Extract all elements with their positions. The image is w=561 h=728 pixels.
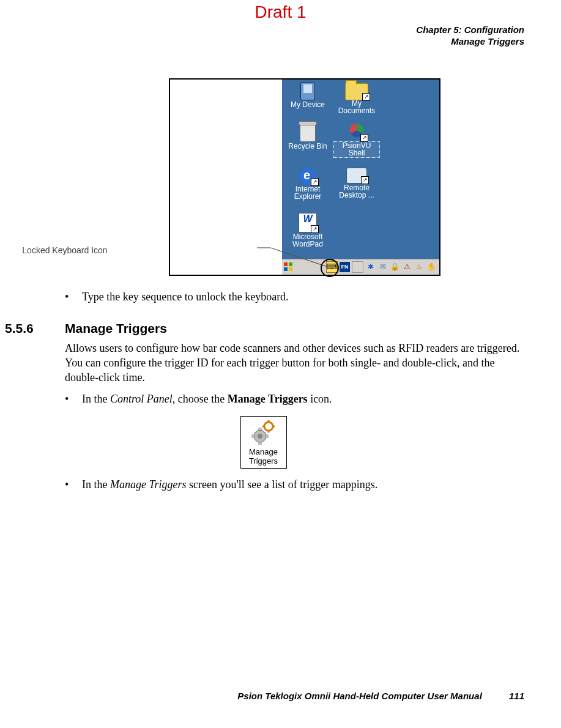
folder-icon: ↗ <box>345 83 368 100</box>
bullet-text: Type the key sequence to unlock the keyb… <box>82 289 289 304</box>
svg-rect-15 <box>251 434 254 438</box>
chapter-line-2: Manage Triggers <box>2 36 524 48</box>
desktop-icon-internet-explorer: ↗ Internet Explorer <box>284 168 331 201</box>
chapter-header: Chapter 5: Configuration Manage Triggers <box>2 24 524 48</box>
desktop-icon-psionvu-shell: ↗ PsionVU Shell <box>333 124 380 158</box>
manage-triggers-strong: Manage Triggers <box>228 393 308 405</box>
svg-point-6 <box>264 422 273 431</box>
instruction-bullet: • In the Manage Triggers screen you'll s… <box>65 477 524 492</box>
svg-rect-14 <box>258 442 262 445</box>
bullet-text: In the Manage Triggers screen you'll see… <box>82 477 377 492</box>
section-heading: 5.5.6 Manage Triggers <box>2 321 524 336</box>
svg-rect-13 <box>258 428 262 430</box>
fn-indicator-icon: FN <box>340 262 350 272</box>
desktop-screenshot-figure: My Device ↗ My Documents Recycle Bin ↗ P… <box>2 78 524 276</box>
shortcut-overlay-icon: ↗ <box>360 134 368 142</box>
footer-book-title: Psion Teklogix Omnii Hand-Held Computer … <box>237 691 482 701</box>
page-footer: Psion Teklogix Omnii Hand-Held Computer … <box>237 691 524 701</box>
recycle-bin-label: Recycle Bin <box>284 143 331 150</box>
manage-triggers-icon-label: Manage Triggers <box>249 447 278 466</box>
locked-keyboard-icon: ⌨ <box>326 261 338 273</box>
svg-rect-2 <box>284 267 288 271</box>
remote-desktop-icon: ↗ <box>346 168 367 184</box>
svg-rect-16 <box>266 434 269 438</box>
pda-icon <box>300 82 315 100</box>
alert-icon: ⚠ <box>402 262 412 272</box>
desktop-icon-recycle-bin: Recycle Bin <box>284 124 331 150</box>
control-panel-emphasis: Control Panel <box>110 393 173 405</box>
start-flag-icon <box>283 262 294 272</box>
recycle-bin-icon <box>300 124 316 142</box>
device-desktop: My Device ↗ My Documents Recycle Bin ↗ P… <box>282 80 439 259</box>
chapter-line-1: Chapter 5: Configuration <box>416 24 524 35</box>
section-title: Manage Triggers <box>65 321 167 336</box>
bluetooth-icon: ✱ <box>365 262 376 272</box>
psionvu-icon: ↗ <box>347 124 366 141</box>
manage-triggers-icon-figure: Manage Triggers <box>240 416 287 469</box>
taskbar: ⌨ FN ✱ ✉ 🔒 ⚠ ♨ ✋ <box>282 259 439 275</box>
svg-rect-1 <box>289 262 292 266</box>
desktop-icon-my-documents: ↗ My Documents <box>333 82 380 115</box>
manage-triggers-emphasis: Manage Triggers <box>110 478 187 491</box>
internet-explorer-label: Internet Explorer <box>284 185 331 201</box>
callout-label: Locked Keyboard Icon <box>16 245 114 256</box>
hand-icon: ✋ <box>426 262 437 272</box>
desktop-icon-my-device: My Device <box>284 82 331 109</box>
wordpad-label: Microsoft WordPad <box>284 233 331 248</box>
svg-point-12 <box>258 434 262 439</box>
remote-desktop-label: Remote Desktop ... <box>333 184 380 199</box>
svg-rect-0 <box>284 262 288 266</box>
system-tray: ⌨ FN ✱ ✉ 🔒 ⚠ ♨ ✋ <box>326 261 437 273</box>
network-icon: ✉ <box>377 262 388 272</box>
shortcut-overlay-icon: ↗ <box>311 225 319 233</box>
svg-rect-3 <box>289 267 292 271</box>
bullet-marker: • <box>65 289 82 304</box>
tray-blank-icon <box>352 261 363 273</box>
instruction-bullet: • In the Control Panel, choose the Manag… <box>65 392 524 406</box>
psionvu-shell-label: PsionVU Shell <box>333 141 380 158</box>
desktop-icon-wordpad: ↗ Microsoft WordPad <box>284 213 331 248</box>
draft-watermark: Draft 1 <box>0 2 561 22</box>
desktop-icon-remote-desktop: ↗ Remote Desktop ... <box>333 168 380 199</box>
my-documents-label: My Documents <box>333 100 380 115</box>
ie-icon: ↗ <box>299 168 316 185</box>
lock-icon: 🔒 <box>390 262 400 272</box>
section-number: 5.5.6 <box>5 321 65 336</box>
footer-page-number: 111 <box>509 691 524 701</box>
bullet-marker: • <box>65 392 82 406</box>
wordpad-icon: ↗ <box>299 213 317 232</box>
section-paragraph: Allows users to configure how bar code s… <box>65 341 524 385</box>
flame-icon: ♨ <box>414 262 425 272</box>
shortcut-overlay-icon: ↗ <box>361 176 369 184</box>
manage-triggers-icon <box>251 420 276 445</box>
shortcut-overlay-icon: ↗ <box>362 93 370 101</box>
shortcut-overlay-icon: ↗ <box>311 178 319 186</box>
bullet-text: In the Control Panel, choose the Manage … <box>82 392 332 406</box>
my-device-label: My Device <box>284 101 331 109</box>
instruction-bullet: • Type the key sequence to unlock the ke… <box>65 289 524 304</box>
bullet-marker: • <box>65 477 82 492</box>
